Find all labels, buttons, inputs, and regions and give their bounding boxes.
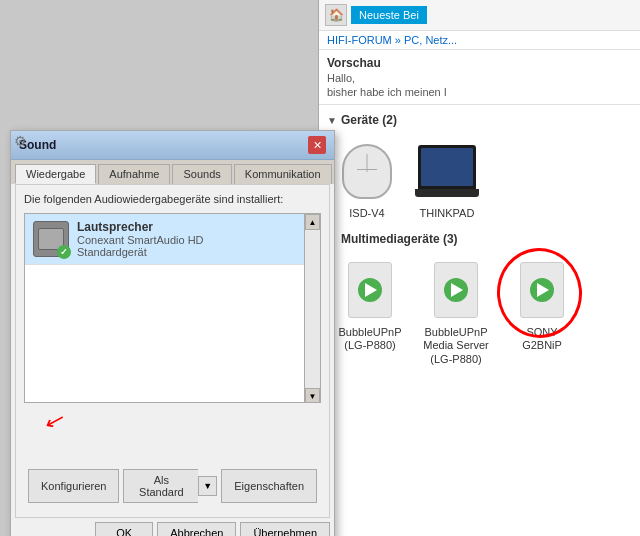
dialog-content: Die folgenden Audiowiedergabegeräte sind… <box>15 184 330 518</box>
device-list-item[interactable]: ✓ Lautsprecher Conexant SmartAudio HD St… <box>25 214 320 265</box>
tab-aufnahme[interactable]: Aufnahme <box>98 164 170 184</box>
device-list[interactable]: ✓ Lautsprecher Conexant SmartAudio HD St… <box>24 213 321 403</box>
breadcrumb[interactable]: HIFI-FORUM » PC, Netz... <box>319 31 640 50</box>
preview-text2: bisher habe ich meinen I <box>327 86 632 98</box>
neueste-button[interactable]: Neueste Bei <box>351 6 427 24</box>
als-standard-group: Als Standard ▼ <box>123 469 217 503</box>
bubbleupnp-server-label: BubbleUPnP Media Server (LG-P880) <box>421 326 491 366</box>
tab-wiedergabe[interactable]: Wiedergabe <box>15 164 96 184</box>
play-overlay-1 <box>358 278 382 302</box>
geraete-grid: ISD-V4 THINKPAD <box>327 135 632 224</box>
media-server-icon-3 <box>520 262 564 318</box>
dialog-close-button[interactable]: ✕ <box>308 136 326 154</box>
gear-icon: ⚙ <box>14 133 27 149</box>
dialog-titlebar: Sound ✕ <box>11 131 334 160</box>
preview-text1: Hallo, <box>327 72 632 84</box>
preview-title: Vorschau <box>327 56 632 70</box>
bubbleupnp-label: BubbleUPnP (LG-P880) <box>335 326 405 352</box>
scroll-up-button[interactable]: ▲ <box>305 214 320 230</box>
als-standard-dropdown[interactable]: ▼ <box>198 476 217 496</box>
arrow-icon: ▼ <box>327 115 337 126</box>
thinkpad-label: THINKPAD <box>420 207 475 220</box>
multimedia-header: ▼ Multimediageräte (3) <box>327 232 632 246</box>
sound-dialog: Sound ✕ Wiedergabe Aufnahme Sounds Kommu… <box>10 130 335 536</box>
play-overlay-3 <box>530 278 554 302</box>
media-server-icon-1 <box>348 262 392 318</box>
eigenschaften-button[interactable]: Eigenschaften <box>221 469 317 503</box>
bubbleupnp-icon-container <box>338 258 402 322</box>
uebernehmen-button[interactable]: Übernehmen <box>240 522 330 536</box>
device-name: Lautsprecher <box>77 220 312 234</box>
dialog-tabs: Wiedergabe Aufnahme Sounds Kommunikation <box>11 160 334 184</box>
device-desc: Conexant SmartAudio HD <box>77 234 312 246</box>
geraete-header: ▼ Geräte (2) <box>327 113 632 127</box>
laptop-base-icon <box>415 189 479 197</box>
device-status: Standardgerät <box>77 246 312 258</box>
bubbleupnp-server-icon-container <box>424 258 488 322</box>
device-sony[interactable]: SONY G2BNiP <box>507 258 577 366</box>
right-panel: 🏠 Neueste Bei HIFI-FORUM » PC, Netz... V… <box>318 0 640 536</box>
sony-label: SONY G2BNiP <box>507 326 577 352</box>
dialog-buttons-row-1: Konfigurieren Als Standard ▼ Eigenschaft… <box>24 463 321 509</box>
isd-v4-icon-container <box>335 139 399 203</box>
check-badge: ✓ <box>57 245 71 259</box>
laptop-screen-icon <box>418 145 476 189</box>
dialog-ok-row: OK Abbrechen Übernehmen <box>11 518 334 536</box>
red-arrow-annotation: ↙ <box>42 407 64 436</box>
sony-icon-container <box>510 258 574 322</box>
abbrechen-button[interactable]: Abbrechen <box>157 522 236 536</box>
device-bubbleupnp-server[interactable]: BubbleUPnP Media Server (LG-P880) <box>421 258 491 366</box>
scroll-down-button[interactable]: ▼ <box>305 388 320 403</box>
isd-v4-label: ISD-V4 <box>349 207 384 220</box>
list-scrollbar[interactable]: ▲ ▼ <box>304 214 320 403</box>
konfigurieren-button[interactable]: Konfigurieren <box>28 469 119 503</box>
device-isd-v4[interactable]: ISD-V4 <box>335 139 399 220</box>
tab-sounds[interactable]: Sounds <box>172 164 231 184</box>
play-overlay-2 <box>444 278 468 302</box>
home-button[interactable]: 🏠 <box>325 4 347 26</box>
devices-panel: ▼ Geräte (2) ISD-V4 THINKPAD <box>319 105 640 378</box>
tab-kommunikation[interactable]: Kommunikation <box>234 164 332 184</box>
preview-section: Vorschau Hallo, bisher habe ich meinen I <box>319 50 640 105</box>
browser-toolbar: 🏠 Neueste Bei <box>319 0 640 31</box>
device-info: Lautsprecher Conexant SmartAudio HD Stan… <box>77 220 312 258</box>
mouse-icon <box>342 144 392 199</box>
annotation-area: ↙ <box>24 403 321 463</box>
thinkpad-icon-container <box>415 139 479 203</box>
dialog-subtitle: Die folgenden Audiowiedergabegeräte sind… <box>24 193 321 205</box>
device-thinkpad[interactable]: THINKPAD <box>415 139 479 220</box>
ok-button[interactable]: OK <box>95 522 153 536</box>
multimedia-grid: BubbleUPnP (LG-P880) BubbleUPnP Media Se… <box>327 254 632 370</box>
als-standard-button[interactable]: Als Standard <box>123 469 198 503</box>
device-bubbleupnp[interactable]: BubbleUPnP (LG-P880) <box>335 258 405 366</box>
lautsprecher-icon: ✓ <box>33 221 69 257</box>
media-server-icon-2 <box>434 262 478 318</box>
